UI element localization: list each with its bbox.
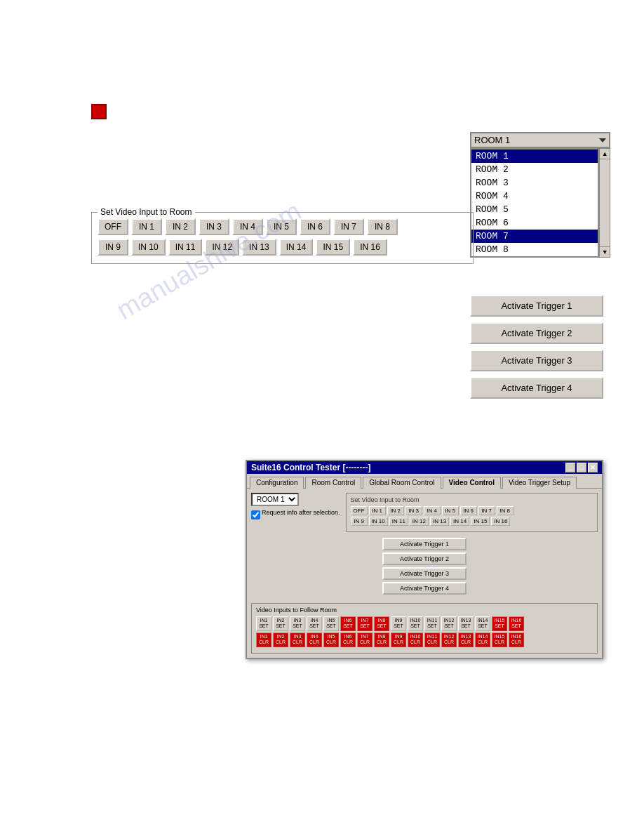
follow-set-in4[interactable]: IN4SET: [307, 616, 322, 631]
sw-video-btn-in4[interactable]: IN 4: [424, 506, 441, 515]
follow-clr-in12[interactable]: IN12CLR: [441, 633, 457, 647]
follow-clr-in5[interactable]: IN5CLR: [323, 633, 339, 647]
video-btn-in5[interactable]: IN 5: [266, 218, 297, 235]
video-btn-in13[interactable]: IN 13: [242, 239, 276, 256]
activate-trigger-3-button[interactable]: Activate Trigger 3: [470, 350, 603, 371]
follow-set-in3[interactable]: IN3SET: [290, 616, 305, 631]
sw-video-btn-in8[interactable]: IN 8: [497, 506, 514, 515]
sw-video-btn-in12[interactable]: IN 12: [410, 517, 429, 526]
small-trigger-area: Activate Trigger 1 Activate Trigger 2 Ac…: [251, 535, 598, 597]
room-list-item[interactable]: ROOM 2: [471, 163, 598, 176]
sw-video-btn-in6[interactable]: IN 6: [460, 506, 477, 515]
video-btn-in11[interactable]: IN 11: [168, 239, 203, 256]
maximize-button[interactable]: □: [577, 463, 586, 472]
video-btn-in16[interactable]: IN 16: [353, 239, 387, 256]
sw-video-btn-in2[interactable]: IN 2: [387, 506, 404, 515]
scroll-up-arrow[interactable]: ▲: [600, 149, 610, 159]
follow-set-in7[interactable]: IN7SET: [357, 616, 373, 631]
activate-trigger-2-button[interactable]: Activate Trigger 2: [470, 322, 603, 344]
sw-video-btn-in16[interactable]: IN 16: [491, 517, 510, 526]
small-room-dropdown[interactable]: ROOM 1 ROOM 2: [251, 493, 299, 506]
follow-set-in1[interactable]: IN1SET: [256, 616, 271, 631]
video-btn-in6[interactable]: IN 6: [300, 218, 330, 235]
sw-video-btn-in5[interactable]: IN 5: [442, 506, 459, 515]
follow-set-in11[interactable]: IN11SET: [424, 616, 440, 631]
room-list-item[interactable]: ROOM 4: [471, 190, 598, 203]
follow-clr-in4[interactable]: IN4CLR: [307, 633, 322, 647]
video-btn-in14[interactable]: IN 14: [279, 239, 314, 256]
sw-activate-trigger-4[interactable]: Activate Trigger 4: [382, 582, 467, 595]
sw-video-btn-in13[interactable]: IN 13: [430, 517, 449, 526]
minimize-button[interactable]: _: [565, 463, 575, 472]
video-btn-in8[interactable]: IN 8: [367, 218, 398, 235]
video-btn-in2[interactable]: IN 2: [165, 218, 196, 235]
sw-video-btn-in7[interactable]: IN 7: [478, 506, 495, 515]
follow-set-in12[interactable]: IN12SET: [441, 616, 457, 631]
tab-video-control[interactable]: Video Control: [443, 477, 501, 489]
sw-video-btn-off[interactable]: OFF: [351, 506, 368, 515]
follow-set-in14[interactable]: IN14SET: [475, 616, 490, 631]
request-info-checkbox[interactable]: [251, 510, 260, 519]
follow-clr-in7[interactable]: IN7CLR: [357, 633, 373, 647]
follow-clr-in11[interactable]: IN11CLR: [424, 633, 440, 647]
follow-clr-in13[interactable]: IN13CLR: [458, 633, 474, 647]
room-list-item[interactable]: ROOM 3: [471, 176, 598, 190]
video-btn-in10[interactable]: IN 10: [131, 239, 166, 256]
video-input-panel: Set Video Input to Room OFF IN 1 IN 2 IN…: [91, 207, 474, 264]
follow-clr-in16[interactable]: IN16CLR: [509, 633, 524, 647]
tab-room-control[interactable]: Room Control: [305, 477, 361, 489]
follow-clr-in3[interactable]: IN3CLR: [290, 633, 305, 647]
follow-set-in13[interactable]: IN13SET: [458, 616, 474, 631]
follow-clr-in8[interactable]: IN8CLR: [374, 633, 389, 647]
sw-video-btn-in11[interactable]: IN 11: [389, 517, 408, 526]
follow-set-in9[interactable]: IN9SET: [391, 616, 406, 631]
follow-set-in6[interactable]: IN6SET: [340, 616, 356, 631]
follow-clr-in1[interactable]: IN1CLR: [256, 633, 271, 647]
follow-set-in2[interactable]: IN2SET: [273, 616, 288, 631]
room-list-item[interactable]: ROOM 8: [471, 243, 598, 256]
activate-trigger-1-button[interactable]: Activate Trigger 1: [470, 295, 603, 317]
room-select-combobox[interactable]: ROOM 1: [470, 132, 610, 148]
room-list-scrollbar[interactable]: ▲ ▼: [599, 148, 610, 258]
follow-room-title: Video Inputs to Follow Room: [256, 607, 593, 614]
video-btn-in4[interactable]: IN 4: [232, 218, 263, 235]
room-list-item[interactable]: ROOM 6: [471, 216, 598, 230]
follow-clr-in9[interactable]: IN9CLR: [391, 633, 406, 647]
tab-video-trigger-setup[interactable]: Video Trigger Setup: [502, 477, 577, 489]
video-btn-in7[interactable]: IN 7: [333, 218, 364, 235]
follow-clr-in14[interactable]: IN14CLR: [475, 633, 490, 647]
room-list-item[interactable]: ROOM 1: [471, 150, 598, 163]
follow-clr-in6[interactable]: IN6CLR: [340, 633, 356, 647]
video-btn-in9[interactable]: IN 9: [98, 239, 128, 256]
sw-video-btn-in10[interactable]: IN 10: [369, 517, 388, 526]
follow-set-in10[interactable]: IN10SET: [408, 616, 423, 631]
sw-activate-trigger-2[interactable]: Activate Trigger 2: [382, 552, 467, 565]
scroll-down-arrow[interactable]: ▼: [600, 246, 610, 257]
sw-video-btn-in9[interactable]: IN 9: [351, 517, 368, 526]
video-btn-off[interactable]: OFF: [98, 218, 128, 235]
follow-set-in8[interactable]: IN8SET: [374, 616, 389, 631]
sw-video-btn-in1[interactable]: IN 1: [369, 506, 386, 515]
sw-video-btn-in14[interactable]: IN 14: [450, 517, 469, 526]
video-btn-in1[interactable]: IN 1: [131, 218, 162, 235]
follow-set-in5[interactable]: IN5SET: [323, 616, 339, 631]
small-video-row2: IN 9 IN 10 IN 11 IN 12 IN 13 IN 14 IN 15…: [351, 517, 593, 526]
tab-global-room-control[interactable]: Global Room Control: [363, 477, 441, 489]
tab-configuration[interactable]: Configuration: [250, 477, 304, 489]
video-btn-in15[interactable]: IN 15: [316, 239, 350, 256]
video-btn-in12[interactable]: IN 12: [205, 239, 239, 256]
video-btn-in3[interactable]: IN 3: [199, 218, 229, 235]
room-list-item[interactable]: ROOM 7: [471, 230, 598, 243]
room-list-item[interactable]: ROOM 5: [471, 203, 598, 216]
sw-video-btn-in15[interactable]: IN 15: [471, 517, 490, 526]
follow-clr-in2[interactable]: IN2CLR: [273, 633, 288, 647]
follow-set-in16[interactable]: IN16SET: [509, 616, 524, 631]
sw-activate-trigger-1[interactable]: Activate Trigger 1: [382, 538, 467, 550]
sw-activate-trigger-3[interactable]: Activate Trigger 3: [382, 567, 467, 580]
follow-clr-in10[interactable]: IN10CLR: [408, 633, 423, 647]
follow-set-in15[interactable]: IN15SET: [492, 616, 507, 631]
sw-video-btn-in3[interactable]: IN 3: [405, 506, 422, 515]
follow-clr-in15[interactable]: IN15CLR: [492, 633, 507, 647]
close-button[interactable]: ✕: [588, 463, 598, 472]
activate-trigger-4-button[interactable]: Activate Trigger 4: [470, 377, 603, 399]
